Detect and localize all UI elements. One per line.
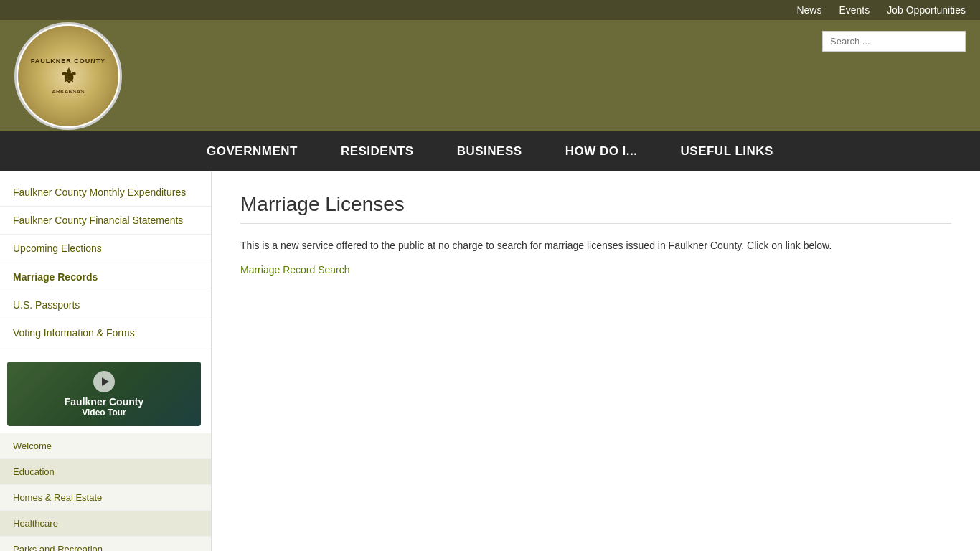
nav-residents[interactable]: RESIDENTS bbox=[319, 131, 435, 171]
logo-top-text: FAULKNER COUNTY bbox=[31, 57, 106, 65]
sidebar-voting-info[interactable]: Voting Information & Forms bbox=[0, 319, 211, 347]
search-area bbox=[822, 20, 966, 52]
sidebar-parks[interactable]: Parks and Recreation bbox=[0, 537, 211, 551]
page-description: This is a new service offered to the pub… bbox=[240, 238, 951, 253]
job-opportunities-link[interactable]: Job Opportunities bbox=[887, 4, 966, 16]
page-title: Marriage Licenses bbox=[240, 193, 951, 224]
main-nav: GOVERNMENT RESIDENTS BUSINESS HOW DO I..… bbox=[0, 131, 980, 171]
video-overlay: Faulkner County Video Tour bbox=[7, 362, 201, 426]
sidebar-passports[interactable]: U.S. Passports bbox=[0, 291, 211, 319]
logo-inner: FAULKNER COUNTY ⚜ ARKANSAS bbox=[18, 26, 118, 126]
county-logo: FAULKNER COUNTY ⚜ ARKANSAS bbox=[14, 22, 122, 130]
nav-useful-links[interactable]: USEFUL LINKS bbox=[659, 131, 795, 171]
sidebar-homes[interactable]: Homes & Real Estate bbox=[0, 485, 211, 511]
search-input[interactable] bbox=[822, 31, 966, 52]
play-icon bbox=[93, 371, 115, 392]
nav-how-do-i[interactable]: HOW DO I... bbox=[544, 131, 659, 171]
sidebar-healthcare[interactable]: Healthcare bbox=[0, 511, 211, 537]
sidebar-financial-statements[interactable]: Faulkner County Financial Statements bbox=[0, 207, 211, 235]
nav-business[interactable]: BUSINESS bbox=[435, 131, 544, 171]
sidebar-upcoming-elections[interactable]: Upcoming Elections bbox=[0, 235, 211, 263]
logo-state: ARKANSAS bbox=[52, 88, 84, 95]
events-link[interactable]: Events bbox=[839, 4, 870, 16]
video-tour-block[interactable]: Faulkner County Video Tour bbox=[7, 362, 201, 426]
main-content: Marriage Licenses This is a new service … bbox=[212, 171, 980, 551]
sidebar-welcome[interactable]: Welcome bbox=[0, 433, 211, 459]
top-bar: News Events Job Opportunities bbox=[0, 0, 980, 20]
logo-area: FAULKNER COUNTY ⚜ ARKANSAS bbox=[14, 22, 122, 130]
marriage-record-search-link[interactable]: Marriage Record Search bbox=[240, 264, 350, 276]
header: FAULKNER COUNTY ⚜ ARKANSAS bbox=[0, 20, 980, 131]
content-wrapper: Faulkner County Monthly Expenditures Fau… bbox=[0, 171, 980, 551]
nav-government[interactable]: GOVERNMENT bbox=[185, 131, 319, 171]
video-title: Faulkner County bbox=[65, 396, 143, 408]
sidebar: Faulkner County Monthly Expenditures Fau… bbox=[0, 171, 212, 551]
video-subtitle: Video Tour bbox=[82, 408, 126, 418]
sidebar-bottom-items: Welcome Education Homes & Real Estate He… bbox=[0, 433, 211, 551]
sidebar-monthly-expenditures[interactable]: Faulkner County Monthly Expenditures bbox=[0, 179, 211, 207]
sidebar-education[interactable]: Education bbox=[0, 459, 211, 485]
news-link[interactable]: News bbox=[796, 4, 821, 16]
sidebar-marriage-records[interactable]: Marriage Records bbox=[0, 263, 211, 291]
